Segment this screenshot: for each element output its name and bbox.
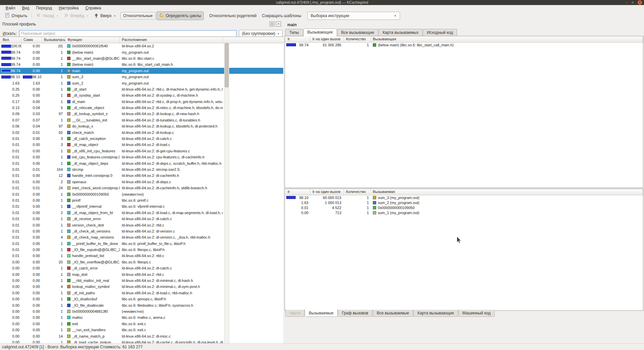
open-button[interactable]: Открыть [2, 11, 30, 20]
table-row[interactable]: 0.010.001__printf_buffer_to_file_donelib… [0, 241, 283, 247]
tab-вызываемые[interactable]: Вызываемые [305, 309, 338, 317]
event-type-combobox[interactable]: Выборка инструкции ▼ [307, 12, 400, 20]
table-row[interactable]: 0.010.002_dl_map_object_from_fdld-linux-… [0, 210, 283, 216]
table-row[interactable]: 0.060.0497do_lookup_xld-linux-x86-64.so.… [0, 123, 283, 129]
table-row[interactable]: 0.010.01164strcmpld-linux-x86-64.so.2: s… [0, 166, 283, 172]
column-header[interactable]: Сама [21, 37, 42, 43]
up-dropdown-arrow[interactable]: ▼ [113, 15, 116, 17]
column-header[interactable]: Расположение [120, 37, 223, 43]
table-row[interactable]: 99.740.001__libc_start_main@@GLIBC...lib… [0, 55, 283, 61]
relative-toggle[interactable]: Относительные [120, 12, 155, 19]
table-row[interactable]: 0.000.001_IO_doallocbuflibc.so.6: genops… [0, 296, 283, 302]
column-header[interactable]: Вызывающая [371, 36, 643, 42]
table-row[interactable]: 0.020.0192check_matchld-linux-x86-64.so.… [0, 129, 283, 135]
table-row[interactable]: 0.250.001_dl_sysdep_startld-linux-x86-64… [0, 92, 283, 98]
column-header[interactable]: Количество [344, 189, 371, 195]
table-row[interactable]: 0.010.001_dl_x86_init_cpu_featuresld-lin… [0, 148, 283, 154]
search-input[interactable] [19, 30, 237, 37]
table-row[interactable]: 0.090.0397_dl_lookup_symbol_xld-linux-x8… [0, 111, 283, 117]
table-row[interactable]: 0.010.003_dl_map_objectld-linux-x86-64.s… [0, 142, 283, 148]
dock-close-icon[interactable]: ✕ [276, 21, 281, 27]
table-row[interactable]: 0.170.001dl_mainld-linux-x86-64.so.2: rt… [0, 99, 283, 105]
tab-машинный-код[interactable]: Машинный код [458, 310, 495, 317]
table-row[interactable]: 0.000.001_IO_file_doallocatelibc.so.6: f… [0, 302, 283, 308]
table-row[interactable]: 98.1060 000 0131sum_3 (my_program.out) [285, 195, 643, 200]
menu-настройка[interactable]: Настройка [56, 5, 81, 11]
table-row[interactable]: 0.010.003_dl_catch_exceptionld-linux-x86… [0, 136, 283, 142]
tab-все-вызываемые[interactable]: Все вызываемые [373, 310, 413, 317]
table-row[interactable]: 98.1098.101sum_3my_program.out [0, 74, 283, 80]
column-header[interactable]: Ir [285, 189, 310, 195]
table-row[interactable]: 0.014 52210x0000000000109050 [285, 205, 643, 210]
scrollbar-thumb[interactable] [225, 43, 229, 87]
tab-части[interactable]: Части [285, 310, 304, 317]
menu-вид[interactable]: Вид [19, 5, 32, 11]
table-row[interactable]: 0.010.001_IO_file_xsputn@@GLIBC_2...libc… [0, 247, 283, 253]
table-row[interactable]: 0.000.001__run_exit_handlerslibc.so.6: e… [0, 327, 283, 333]
table-row[interactable]: 0.000.001malloclibc.so.6: malloc.c, aren… [0, 314, 283, 320]
table-row[interactable]: 0.007131sum_1 (my_program.out) [285, 210, 643, 215]
shorten-templates-button[interactable]: Сокращать шаблоны [259, 12, 304, 19]
table-row[interactable]: 0.000.001_dl_catch_errorld-linux-x86-64.… [0, 265, 283, 271]
column-header[interactable]: Количество [344, 36, 371, 42]
grouping-combobox[interactable]: (Без группировки) ▼ [239, 30, 283, 37]
table-row[interactable]: 0.010.001_dl_check_all_versionsld-linux-… [0, 228, 283, 234]
table-row[interactable]: 0.010.0012handle_intel.constprop.0ld-lin… [0, 172, 283, 179]
table-row[interactable]: 1.631.631sum_2my_program.out [0, 80, 283, 86]
menu-справка[interactable]: Справка [83, 5, 104, 11]
table-row[interactable]: 0.000.0014_dl_name_match_pld-linux-x86-6… [0, 333, 283, 339]
table-row[interactable]: 0.010.0124intel_check_word.constprop.0ld… [0, 185, 283, 191]
column-header[interactable]: Ir [285, 36, 310, 42]
tab-исходный-код[interactable]: Исходный код [423, 29, 457, 36]
table-row[interactable]: 99.740.001mainmy_program.out [0, 68, 283, 74]
maximize-button[interactable]: ⧉ [632, 0, 634, 5]
table-row[interactable]: 0.250.001_dl_startld-linux-x86-64.so.2: … [0, 86, 283, 92]
tab-типы[interactable]: Типы [285, 29, 303, 36]
table-row[interactable]: 0.000.001__rtld_malloc_init_realld-linux… [0, 278, 283, 284]
menu-переход[interactable]: Переход [33, 5, 55, 11]
column-header[interactable]: Функция [65, 37, 120, 43]
table-row[interactable]: 0.010.0010x0000000000109050(неизвестно) [0, 191, 283, 197]
close-button[interactable]: ✕ [638, 0, 642, 5]
table-row[interactable]: 0.010.002openauxld-linux-x86-64.so.2: dl… [0, 179, 283, 185]
vertical-scrollbar[interactable] [224, 43, 229, 343]
table-row[interactable]: 99.740.001(below main)libc.so.6: libc_st… [0, 61, 283, 67]
back-dropdown-arrow[interactable]: ▼ [56, 15, 59, 17]
column-header[interactable]: Ir на один вызов [310, 189, 344, 195]
table-row[interactable]: 0.010.001version_check_doitld-linux-x86-… [0, 222, 283, 228]
table-row[interactable]: 0.000.001map_doitld-linux-x86-64.so.2: r… [0, 271, 283, 277]
table-row[interactable]: 0.000.0020_IO_file_overflow@@GLIBC...lib… [0, 259, 283, 265]
table-row[interactable]: 0.010.004_dl_check_map_versionsld-linux-… [0, 234, 283, 240]
table-row[interactable]: 0.010.001handle_preload_listld-linux-x86… [0, 253, 283, 259]
table-row[interactable]: 0.010.001__vfprintf_internallibc.so.6: v… [0, 203, 283, 209]
table-row[interactable]: 99.7461 005 2851(below main) (libc.so.6:… [285, 42, 643, 47]
tab-карта-вызывающих[interactable]: Карта вызывающих [413, 310, 458, 317]
column-header[interactable]: Вкл. [0, 37, 21, 43]
column-header[interactable]: Ir на один вызов [310, 36, 344, 42]
table-row[interactable]: 0.000.001exitlibc.so.6: exit.c [0, 321, 283, 327]
tab-все-вызывающие[interactable]: Все вызывающие [337, 29, 378, 36]
tab-вызывающие[interactable]: Вызывающие [303, 29, 337, 36]
table-row[interactable]: 0.010.001_dl_map_object_depsld-linux-x86… [0, 160, 283, 166]
tab-граф-вызовов[interactable]: Граф вызовов [338, 310, 373, 317]
dock-float-icon[interactable] [269, 21, 275, 27]
table-row[interactable]: 1.631 000 0131sum_2 (my_program.out) [285, 200, 643, 205]
relative-to-parents-button[interactable]: Относительно родителей [206, 12, 259, 19]
table-row[interactable]: 0.010.001_dl_receive_errorld-linux-x86-6… [0, 216, 283, 222]
table-row[interactable]: 99.740.001(below main)my_program.out [0, 49, 283, 55]
table-row[interactable]: 0.000.004lookup_malloc_symbolld-linux-x8… [0, 284, 283, 290]
forward-dropdown-arrow[interactable]: ▼ [86, 15, 89, 17]
table-row[interactable]: 0.000.001_dl_init_pathsld-linux-x86-64.s… [0, 290, 283, 296]
back-button[interactable]: Назад ▼ [34, 12, 61, 20]
table-row[interactable]: 0.130.045_dl_relocate_objectld-linux-x86… [0, 105, 283, 111]
table-row[interactable]: 0.000.0010x00000000048813f0(неизвестно) [0, 308, 283, 314]
table-row[interactable]: 0.010.001init_cpu_features.constprop.0ld… [0, 154, 283, 160]
minimize-button[interactable]: – [626, 0, 628, 5]
detect-cycles-toggle[interactable]: Определять циклы [156, 11, 204, 20]
table-row[interactable]: 0.070.071__GI___tunables_initld-linux-x8… [0, 117, 283, 123]
table-row[interactable]: 100.000.00(0)0x000000000001f540ld-linux-… [0, 43, 283, 49]
tab-карта-вызываемых[interactable]: Карта вызываемых [379, 29, 423, 36]
forward-button[interactable]: Вперёд ▼ [61, 12, 91, 20]
menu-файл[interactable]: Файл [3, 5, 18, 11]
column-header[interactable]: Вызываемая [371, 189, 643, 195]
